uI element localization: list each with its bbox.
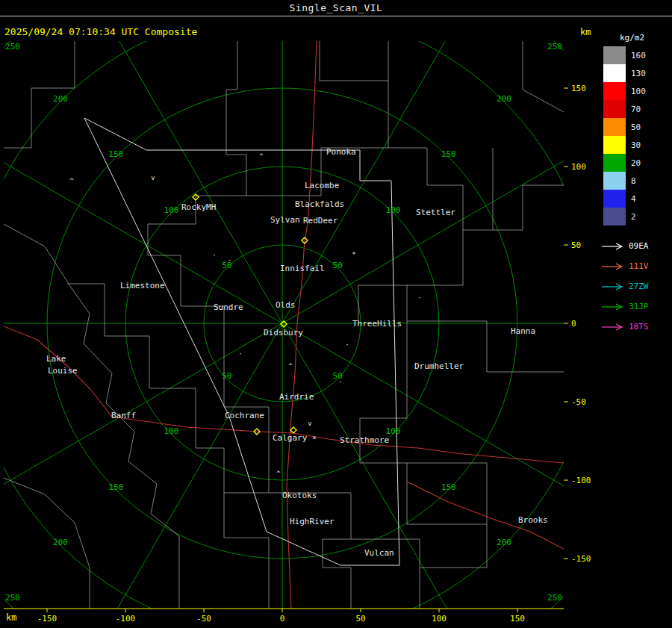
bottom-axis-label: -150	[37, 614, 57, 624]
range-label: 50	[333, 261, 343, 270]
radar-site-row: 27ZW	[597, 276, 672, 296]
range-label: 250	[547, 593, 562, 603]
boundary-line	[420, 524, 487, 609]
scale-swatch	[603, 136, 626, 154]
radar-site-legend: 09EA111V27ZW31JP18TS	[597, 236, 672, 337]
city-label: Strathmore	[340, 435, 389, 445]
range-label: 150	[441, 149, 456, 159]
boundary-line	[463, 185, 564, 230]
city-label: RockyMH	[181, 202, 216, 212]
city-label: RedDeer	[303, 216, 338, 226]
color-scale: 16013010070503020842	[597, 46, 672, 226]
range-label: 150	[108, 482, 123, 492]
scale-swatch	[603, 172, 626, 190]
scale-swatch	[603, 208, 626, 226]
range-rings	[0, 0, 672, 628]
city-label: Innisfail	[280, 264, 325, 273]
city-label: Vulcan	[364, 548, 394, 558]
radar-site-id: 111V	[629, 261, 649, 271]
right-axis-label: -150	[571, 554, 591, 564]
bottom-axis-label: 0	[280, 614, 285, 624]
scale-swatch	[603, 154, 626, 172]
city-label: Sundre	[214, 302, 243, 312]
scale-value: 130	[631, 69, 646, 78]
coverage-polygon	[84, 118, 399, 565]
town-marker: *	[352, 251, 355, 258]
highway-lines	[4, 41, 564, 609]
boundary-line	[320, 41, 388, 81]
range-label: 250	[5, 593, 20, 603]
radar-map-canvas[interactable]: 2025/09/24 07:10:34 UTC Composite km km …	[0, 0, 672, 628]
city-label: Okotoks	[282, 491, 317, 500]
city-label: Brooks	[518, 515, 548, 525]
radar-site-id: 27ZW	[629, 282, 649, 291]
city-label: Sylvan	[270, 215, 300, 225]
boundary-line	[360, 372, 407, 524]
boundary-line	[4, 224, 71, 287]
right-axis-label: 100	[571, 162, 586, 172]
radar-site-id: 18TS	[629, 322, 649, 332]
scale-swatch	[603, 190, 626, 208]
scale-swatch	[603, 82, 626, 100]
range-label: 100	[164, 205, 179, 215]
radar-site-arrow-icon	[602, 303, 624, 311]
radar-site-arrow-icon	[602, 243, 624, 250]
radar-site-row: 18TS	[597, 317, 672, 337]
scale-row: 130	[597, 64, 672, 82]
town-marker: ^	[288, 362, 293, 370]
city-label: Blackfalds	[295, 199, 344, 209]
city-label: Calgary	[273, 433, 308, 443]
city-label: Cochrane	[225, 411, 264, 420]
scale-row: 160	[597, 46, 672, 64]
scale-value: 30	[631, 140, 641, 150]
boundary-line	[407, 230, 463, 372]
right-axis-label: 150	[571, 84, 586, 93]
city-labels: PonokaLacombeBlackfaldsSylvanRedDeerStet…	[46, 147, 548, 558]
bottom-axis-label: 50	[355, 614, 365, 624]
radar-viewer-window: { "window": { "title": "Single_Scan_VIL"…	[0, 0, 672, 628]
town-marker: ^	[69, 177, 74, 184]
radar-site-row: 31JP	[597, 296, 672, 317]
radar-site-row: 09EA	[597, 236, 672, 256]
city-label: HighRiver	[290, 517, 335, 526]
right-axis-label: -100	[571, 476, 591, 485]
radar-site-arrow-icon	[602, 283, 624, 290]
radar-site-arrow-icon	[602, 323, 624, 331]
scale-row: 70	[597, 100, 672, 118]
scale-row: 4	[597, 190, 672, 208]
scale-value: 70	[631, 105, 641, 114]
town-marker: ×	[312, 434, 316, 441]
city-label: Limestone	[120, 281, 165, 290]
city-label: Lake	[46, 354, 66, 364]
scale-row: 2	[597, 208, 672, 226]
side-panel: kg/m2 16013010070503020842 09EA111V27ZW3…	[597, 33, 672, 337]
right-axis-label: 50	[571, 240, 581, 250]
scale-swatch	[603, 118, 626, 136]
boundary-line	[226, 41, 246, 196]
right-axis-label: 0	[571, 319, 576, 329]
city-label: Didsbury	[264, 328, 303, 338]
radar-site-id: 31JP	[629, 302, 649, 311]
city-label: ThreeHills	[352, 319, 402, 329]
bottom-axis-label: 100	[432, 614, 447, 624]
town-marker: ·	[417, 294, 421, 302]
boundary-line	[523, 41, 564, 112]
range-label: 150	[441, 482, 456, 492]
scan-timestamp: 2025/09/24 07:10:34 UTC Composite	[4, 26, 197, 37]
town-marker: ·	[338, 379, 342, 386]
scale-swatch	[603, 64, 626, 82]
town-marker: ^	[276, 470, 281, 477]
scale-value: 4	[631, 194, 636, 204]
city-label: Stettler	[416, 208, 455, 217]
scale-row: 50	[597, 118, 672, 136]
range-label: 200	[497, 94, 511, 104]
scale-value: 2	[631, 212, 636, 222]
radar-coverage-outline	[84, 118, 399, 565]
scale-value: 100	[631, 87, 646, 96]
scale-row: 30	[597, 136, 672, 154]
station-diamond-marker	[290, 427, 296, 433]
town-marker: ·	[228, 257, 231, 264]
scale-value: 8	[631, 176, 636, 186]
city-label: Banff	[111, 411, 136, 420]
city-label: Lacombe	[305, 181, 339, 190]
